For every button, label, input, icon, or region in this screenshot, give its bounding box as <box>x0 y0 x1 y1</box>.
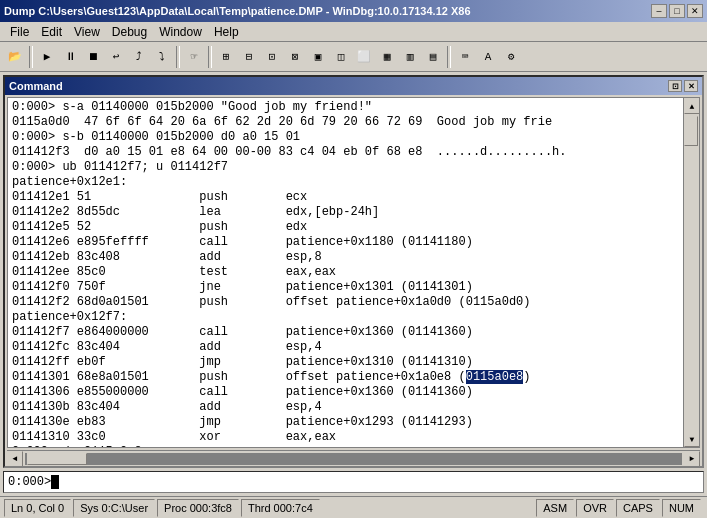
title-bar: Dump C:\Users\Guest123\AppData\Local\Tem… <box>0 0 707 22</box>
vertical-scrollbar[interactable]: ▲ ▼ <box>683 98 699 447</box>
status-num: NUM <box>662 499 701 517</box>
minimize-button[interactable]: – <box>651 4 667 18</box>
menu-bar: File Edit View Debug Window Help <box>0 22 707 42</box>
tb-btn-1[interactable]: ▶ <box>36 46 58 68</box>
command-line: 0:000> s-a 01140000 015b2000 "Good job m… <box>12 100 679 115</box>
command-line: 01141306 e855000000 call patience+0x1360… <box>12 385 679 400</box>
menu-view[interactable]: View <box>68 23 106 41</box>
status-thrd: Thrd 000:7c4 <box>241 499 320 517</box>
tb-btn-15[interactable]: ▦ <box>376 46 398 68</box>
tb-btn-17[interactable]: ▤ <box>422 46 444 68</box>
status-bar: Ln 0, Col 0 Sys 0:C:\User Proc 000:3fc8 … <box>0 496 707 518</box>
tb-btn-3[interactable]: ⏹ <box>82 46 104 68</box>
tb-btn-13[interactable]: ◫ <box>330 46 352 68</box>
cmd-close-icon[interactable]: ✕ <box>684 80 698 92</box>
scroll-track[interactable] <box>684 114 699 431</box>
cmd-maximize-icon[interactable]: ⊡ <box>668 80 682 92</box>
status-ovr: OVR <box>576 499 614 517</box>
command-line: 011412eb 83c408 add esp,8 <box>12 250 679 265</box>
menu-file[interactable]: File <box>4 23 35 41</box>
command-input-line[interactable]: 0:000> <box>3 471 704 493</box>
status-proc: Proc 000:3fc8 <box>157 499 239 517</box>
menu-edit[interactable]: Edit <box>35 23 68 41</box>
command-window: Command ⊡ ✕ 0:000> s-a 01140000 015b2000… <box>3 75 704 468</box>
command-line: 011412e6 e895feffff call patience+0x1180… <box>12 235 679 250</box>
tb-btn-8[interactable]: ⊞ <box>215 46 237 68</box>
status-caps: CAPS <box>616 499 660 517</box>
command-content: 0:000> s-a 01140000 015b2000 "Good job m… <box>7 97 700 448</box>
hscroll-thumb[interactable] <box>27 453 87 465</box>
menu-help[interactable]: Help <box>208 23 245 41</box>
command-line: 0:000> s-b 01140000 015b2000 d0 a0 15 01 <box>12 130 679 145</box>
tb-btn-14[interactable]: ⬜ <box>353 46 375 68</box>
close-button[interactable]: ✕ <box>687 4 703 18</box>
tb-open-button[interactable]: 📂 <box>4 46 26 68</box>
command-line: 011412f3 d0 a0 15 01 e8 64 00 00-00 83 c… <box>12 145 679 160</box>
menu-window[interactable]: Window <box>153 23 208 41</box>
command-line: patience+0x12f7: <box>12 310 679 325</box>
command-line: 011412ee 85c0 test eax,eax <box>12 265 679 280</box>
command-text[interactable]: 0:000> s-a 01140000 015b2000 "Good job m… <box>8 98 683 447</box>
command-line: 011412f0 750f jne patience+0x1301 (01141… <box>12 280 679 295</box>
command-line: 0:000> da 0115a0e8 <box>12 445 679 447</box>
command-line: 01141310 33c0 xor eax,eax <box>12 430 679 445</box>
tb-btn-2[interactable]: ⏸ <box>59 46 81 68</box>
window-title: Dump C:\Users\Guest123\AppData\Local\Tem… <box>4 5 471 17</box>
command-line: 011412ff eb0f jmp patience+0x1310 (01141… <box>12 355 679 370</box>
tb-btn-18[interactable]: ⌨ <box>454 46 476 68</box>
tb-btn-10[interactable]: ⊡ <box>261 46 283 68</box>
command-line: patience+0x12e1: <box>12 175 679 190</box>
command-line: 011412fc 83c404 add esp,4 <box>12 340 679 355</box>
tb-sep-2 <box>176 46 180 68</box>
scroll-up-button[interactable]: ▲ <box>684 98 700 114</box>
main-area: Command ⊡ ✕ 0:000> s-a 01140000 015b2000… <box>0 72 707 496</box>
status-ln-col: Ln 0, Col 0 <box>4 499 71 517</box>
tb-sep-1 <box>29 46 33 68</box>
tb-btn-4[interactable]: ↩ <box>105 46 127 68</box>
command-line: 0114130b 83c404 add esp,4 <box>12 400 679 415</box>
tb-btn-11[interactable]: ⊠ <box>284 46 306 68</box>
tb-btn-12[interactable]: ▣ <box>307 46 329 68</box>
scroll-down-button[interactable]: ▼ <box>684 431 700 447</box>
hscroll-left-button[interactable]: ◄ <box>7 451 23 467</box>
toolbar: 📂 ▶ ⏸ ⏹ ↩ ⤴ ⤵ ☞ ⊞ ⊟ ⊡ ⊠ ▣ ◫ ⬜ ▦ ▥ ▤ ⌨ A … <box>0 42 707 72</box>
command-title-buttons: ⊡ ✕ <box>668 80 698 92</box>
tb-btn-7[interactable]: ☞ <box>183 46 205 68</box>
tb-btn-16[interactable]: ▥ <box>399 46 421 68</box>
command-line: 011412e2 8d55dc lea edx,[ebp-24h] <box>12 205 679 220</box>
scroll-thumb[interactable] <box>684 116 698 146</box>
command-line: 011412e5 52 push edx <box>12 220 679 235</box>
menu-debug[interactable]: Debug <box>106 23 153 41</box>
highlighted-address: 0115a0e8 <box>466 370 524 384</box>
tb-sep-4 <box>447 46 451 68</box>
tb-btn-19[interactable]: A <box>477 46 499 68</box>
tb-btn-5[interactable]: ⤴ <box>128 46 150 68</box>
tb-btn-9[interactable]: ⊟ <box>238 46 260 68</box>
tb-btn-6[interactable]: ⤵ <box>151 46 173 68</box>
maximize-button[interactable]: □ <box>669 4 685 18</box>
input-cursor <box>51 475 59 489</box>
hscroll-track[interactable] <box>25 453 682 465</box>
input-prompt: 0:000> <box>8 475 51 489</box>
command-line: 011412f7 e864000000 call patience+0x1360… <box>12 325 679 340</box>
command-line: 0:000> ub 011412f7; u 011412f7 <box>12 160 679 175</box>
command-line: 0114130e eb83 jmp patience+0x1293 (01141… <box>12 415 679 430</box>
command-titlebar: Command ⊡ ✕ <box>5 77 702 95</box>
tb-btn-20[interactable]: ⚙ <box>500 46 522 68</box>
status-sys: Sys 0:C:\User <box>73 499 155 517</box>
command-line: 011412f2 68d0a01501 push offset patience… <box>12 295 679 310</box>
hscroll-right-button[interactable]: ► <box>684 451 700 467</box>
status-asm: ASM <box>536 499 574 517</box>
command-line: 0115a0d0 47 6f 6f 64 20 6a 6f 62 2d 20 6… <box>12 115 679 130</box>
command-line: 01141301 68e8a01501 push offset patience… <box>12 370 679 385</box>
command-line: 011412e1 51 push ecx <box>12 190 679 205</box>
window-controls: – □ ✕ <box>651 4 703 18</box>
command-title-label: Command <box>9 80 63 92</box>
tb-sep-3 <box>208 46 212 68</box>
horizontal-scrollbar[interactable]: ◄ ► <box>7 450 700 466</box>
